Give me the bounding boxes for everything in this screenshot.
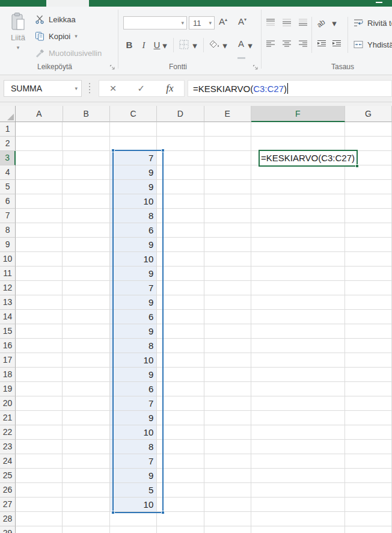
cell-F14[interactable] (251, 310, 345, 324)
row-header-7[interactable]: 7 (0, 209, 16, 223)
cell-D17[interactable] (157, 353, 204, 368)
wrap-text-button[interactable]: Rivitä teksti (354, 17, 392, 29)
cell-B19[interactable] (63, 382, 109, 396)
row-header-1[interactable]: 1 (0, 122, 16, 137)
cell-B25[interactable] (63, 469, 109, 483)
cell-F6[interactable] (251, 194, 345, 209)
col-header-C[interactable]: C (110, 106, 157, 122)
col-header-G[interactable]: G (345, 106, 392, 122)
cell-F16[interactable] (251, 339, 345, 353)
row-header-3[interactable]: 3 (0, 151, 16, 165)
cell-A9[interactable] (16, 238, 63, 252)
col-header-D[interactable]: D (157, 106, 204, 122)
cell-F28[interactable] (251, 512, 345, 526)
row-header-2[interactable]: 2 (0, 137, 16, 151)
cell-F13[interactable] (251, 295, 345, 310)
cell-F25[interactable] (251, 469, 345, 483)
cancel-button[interactable]: × (110, 82, 117, 95)
cell-B9[interactable] (63, 238, 109, 252)
align-middle-button[interactable] (282, 18, 293, 27)
cell-D7[interactable] (157, 209, 204, 223)
cell-B11[interactable] (63, 266, 109, 281)
align-right-button[interactable] (298, 40, 309, 49)
cell-F23[interactable] (251, 440, 345, 454)
cell-E7[interactable] (204, 209, 251, 223)
font-color-caret[interactable]: ▾ (247, 40, 254, 54)
cell-B28[interactable] (63, 512, 109, 526)
cell-A26[interactable] (16, 483, 63, 498)
cell-G23[interactable] (345, 440, 392, 454)
align-bottom-button[interactable] (298, 18, 309, 27)
cell-A3[interactable] (16, 151, 63, 165)
formula-range-highlight[interactable] (112, 150, 164, 513)
row-header-11[interactable]: 11 (0, 266, 16, 281)
cell-B4[interactable] (63, 165, 109, 180)
underline-caret[interactable]: ▾ (161, 38, 168, 52)
cell-A22[interactable] (16, 425, 63, 440)
cell-E17[interactable] (204, 353, 251, 368)
cell-G12[interactable] (345, 281, 392, 295)
cell-B23[interactable] (63, 440, 109, 454)
cell-D25[interactable] (157, 469, 204, 483)
cell-F8[interactable] (251, 223, 345, 238)
cell-E5[interactable] (204, 180, 251, 194)
cell-E14[interactable] (204, 310, 251, 324)
cell-C2[interactable] (110, 137, 157, 151)
cell-A11[interactable] (16, 266, 63, 281)
cell-A12[interactable] (16, 281, 63, 295)
cell-B20[interactable] (63, 396, 109, 411)
name-box[interactable]: SUMMA ▾ (4, 80, 82, 97)
decrease-indent-button[interactable] (317, 40, 328, 49)
copy-button[interactable]: Kopioi ▾ (35, 30, 78, 42)
cut-button[interactable]: Leikkaa (35, 13, 76, 25)
cell-F24[interactable] (251, 454, 345, 469)
orientation-caret[interactable]: ▾ (331, 19, 338, 33)
cell-G6[interactable] (345, 194, 392, 209)
cell-D23[interactable] (157, 440, 204, 454)
cell-F27[interactable] (251, 498, 345, 512)
cell-E2[interactable] (204, 137, 251, 151)
orientation-button[interactable]: ab (317, 19, 325, 28)
cell-E9[interactable] (204, 238, 251, 252)
row-header-6[interactable]: 6 (0, 194, 16, 209)
row-header-27[interactable]: 27 (0, 498, 16, 512)
cell-B1[interactable] (63, 122, 109, 137)
cell-D27[interactable] (157, 498, 204, 512)
cell-G24[interactable] (345, 454, 392, 469)
cell-G5[interactable] (345, 180, 392, 194)
row-header-9[interactable]: 9 (0, 238, 16, 252)
cell-F4[interactable] (251, 165, 345, 180)
col-header-B[interactable]: B (63, 106, 110, 122)
row-header-15[interactable]: 15 (0, 324, 16, 339)
grow-font-button[interactable]: A▴ (219, 16, 227, 26)
cell-A5[interactable] (16, 180, 63, 194)
cell-C1[interactable] (110, 122, 157, 137)
cell-B6[interactable] (63, 194, 109, 209)
cell-A10[interactable] (16, 252, 63, 266)
align-center-button[interactable] (282, 40, 293, 49)
cell-C29[interactable] (110, 526, 157, 533)
cell-D10[interactable] (157, 252, 204, 266)
cell-E19[interactable] (204, 382, 251, 396)
row-header-4[interactable]: 4 (0, 165, 16, 180)
cell-G14[interactable] (345, 310, 392, 324)
cell-C28[interactable] (110, 512, 157, 526)
cell-B24[interactable] (63, 454, 109, 469)
cell-A28[interactable] (16, 512, 63, 526)
cell-A2[interactable] (16, 137, 63, 151)
row-header-19[interactable]: 19 (0, 382, 16, 396)
cell-G19[interactable] (345, 382, 392, 396)
cell-A7[interactable] (16, 209, 63, 223)
cell-E13[interactable] (204, 295, 251, 310)
cell-E15[interactable] (204, 324, 251, 339)
cell-F10[interactable] (251, 252, 345, 266)
range-handle-bottom-left[interactable] (111, 511, 115, 514)
cell-F18[interactable] (251, 368, 345, 382)
row-header-25[interactable]: 25 (0, 469, 16, 483)
fill-color-button[interactable] (209, 40, 220, 49)
cell-F2[interactable] (251, 137, 345, 151)
font-name-combo[interactable]: ▾ (123, 16, 187, 29)
cell-E12[interactable] (204, 281, 251, 295)
cell-A6[interactable] (16, 194, 63, 209)
cell-A1[interactable] (16, 122, 63, 137)
